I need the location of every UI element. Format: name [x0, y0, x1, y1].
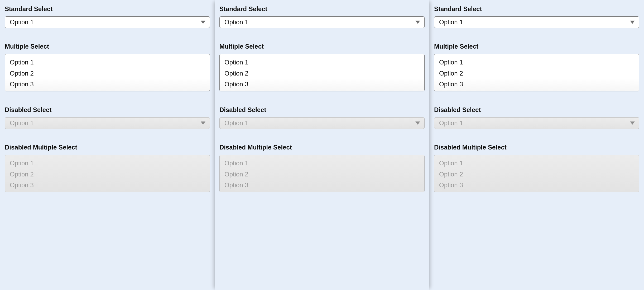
disabled-select-label: Disabled Select	[5, 106, 210, 114]
disabled-select-label: Disabled Select	[219, 106, 425, 114]
standard-select-group: Standard Select Option 1	[434, 5, 639, 28]
disabled-select-group: Disabled Select Option 1	[219, 106, 425, 129]
svg-marker-3	[415, 121, 420, 125]
multiple-option-2[interactable]: Option 2	[5, 68, 210, 79]
svg-marker-5	[630, 121, 635, 125]
disabled-multiple-select: Option 1 Option 2 Option 3	[5, 155, 210, 192]
multiple-select-label: Multiple Select	[5, 43, 210, 50]
standard-select-group: Standard Select Option 1	[5, 5, 210, 28]
disabled-multiple-option-2: Option 2	[434, 169, 639, 180]
disabled-multiple-option-2: Option 2	[5, 169, 210, 180]
multiple-option-3[interactable]: Option 3	[434, 79, 639, 90]
disabled-select: Option 1	[5, 117, 210, 129]
standard-select-group: Standard Select Option 1	[219, 5, 425, 28]
multiple-select-group: Multiple Select Option 1 Option 2 Option…	[434, 43, 639, 91]
multiple-option-1[interactable]: Option 1	[220, 57, 424, 68]
caret-down-icon	[201, 21, 205, 24]
disabled-multiple-option-3: Option 3	[5, 180, 210, 191]
multiple-option-1[interactable]: Option 1	[434, 57, 639, 68]
disabled-select-value: Option 1	[439, 120, 463, 126]
disabled-multiple-group: Disabled Multiple Select Option 1 Option…	[5, 144, 210, 192]
disabled-multiple-label: Disabled Multiple Select	[434, 144, 639, 151]
disabled-multiple-select: Option 1 Option 2 Option 3	[434, 155, 639, 192]
demo-column-1: Standard Select Option 1 Multiple Select…	[0, 0, 215, 290]
svg-marker-1	[201, 121, 205, 125]
disabled-multiple-option-3: Option 3	[434, 180, 639, 191]
disabled-multiple-label: Disabled Multiple Select	[219, 144, 425, 151]
disabled-select-label: Disabled Select	[434, 106, 639, 114]
disabled-select-value: Option 1	[224, 120, 248, 126]
multiple-select-label: Multiple Select	[434, 43, 639, 50]
caret-down-icon	[630, 21, 635, 24]
standard-select[interactable]: Option 1	[5, 16, 210, 28]
standard-select[interactable]: Option 1	[219, 16, 425, 28]
standard-select-value: Option 1	[10, 19, 34, 25]
svg-marker-0	[201, 21, 205, 24]
disabled-select-value: Option 1	[10, 120, 34, 126]
multiple-select-label: Multiple Select	[219, 43, 425, 50]
disabled-multiple-option-1: Option 1	[434, 158, 639, 169]
multiple-select[interactable]: Option 1 Option 2 Option 3	[434, 54, 639, 91]
demo-column-2: Standard Select Option 1 Multiple Select…	[215, 0, 429, 290]
disabled-multiple-label: Disabled Multiple Select	[5, 144, 210, 151]
svg-marker-2	[415, 21, 420, 24]
demo-column-3: Standard Select Option 1 Multiple Select…	[429, 0, 644, 290]
multiple-select[interactable]: Option 1 Option 2 Option 3	[219, 54, 425, 91]
disabled-multiple-group: Disabled Multiple Select Option 1 Option…	[219, 144, 425, 192]
multiple-select[interactable]: Option 1 Option 2 Option 3	[5, 54, 210, 91]
multiple-select-group: Multiple Select Option 1 Option 2 Option…	[219, 43, 425, 91]
disabled-multiple-option-1: Option 1	[220, 158, 424, 169]
multiple-option-2[interactable]: Option 2	[434, 68, 639, 79]
disabled-select-group: Disabled Select Option 1	[5, 106, 210, 129]
standard-select[interactable]: Option 1	[434, 16, 639, 28]
multiple-select-group: Multiple Select Option 1 Option 2 Option…	[5, 43, 210, 91]
disabled-multiple-option-1: Option 1	[5, 158, 210, 169]
standard-select-label: Standard Select	[219, 5, 425, 13]
multiple-option-3[interactable]: Option 3	[220, 79, 424, 90]
disabled-multiple-group: Disabled Multiple Select Option 1 Option…	[434, 144, 639, 192]
disabled-multiple-select: Option 1 Option 2 Option 3	[219, 155, 425, 192]
caret-down-icon	[415, 21, 420, 24]
multiple-option-2[interactable]: Option 2	[220, 68, 424, 79]
standard-select-label: Standard Select	[5, 5, 210, 13]
standard-select-value: Option 1	[439, 19, 463, 25]
disabled-multiple-option-2: Option 2	[220, 169, 424, 180]
caret-down-icon	[630, 121, 635, 125]
caret-down-icon	[201, 121, 205, 125]
multiple-option-3[interactable]: Option 3	[5, 79, 210, 90]
svg-marker-4	[630, 21, 635, 24]
disabled-select: Option 1	[434, 117, 639, 129]
standard-select-value: Option 1	[224, 19, 248, 25]
disabled-multiple-option-3: Option 3	[220, 180, 424, 191]
disabled-select: Option 1	[219, 117, 425, 129]
disabled-select-group: Disabled Select Option 1	[434, 106, 639, 129]
caret-down-icon	[415, 121, 420, 125]
multiple-option-1[interactable]: Option 1	[5, 57, 210, 68]
standard-select-label: Standard Select	[434, 5, 639, 13]
